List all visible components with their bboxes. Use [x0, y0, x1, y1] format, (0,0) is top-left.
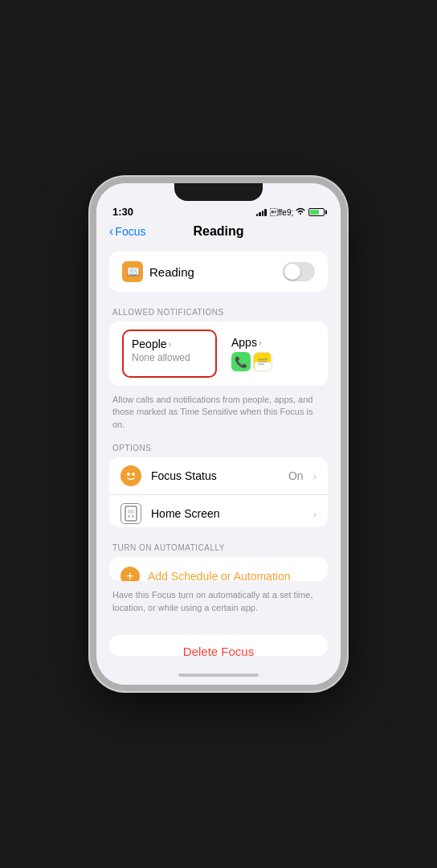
toggle-thumb — [284, 264, 300, 280]
people-subtitle: None allowed — [132, 352, 207, 363]
phone-shell: 1:30 ffe9; — [90, 177, 347, 691]
focus-status-chevron-icon: › — [313, 470, 317, 482]
delete-focus-row[interactable]: Delete Focus — [109, 635, 328, 656]
svg-point-7 — [132, 473, 135, 476]
svg-rect-11 — [132, 515, 134, 518]
battery-fill — [310, 210, 319, 215]
notifications-row: People › None allowed Apps › 📞 — [109, 321, 328, 386]
phone-app-icon: 📞 — [231, 352, 251, 371]
delete-focus-card: Delete Focus — [109, 635, 328, 656]
focus-status-row[interactable]: Focus Status On › — [109, 457, 328, 495]
reading-icon: 📖 — [122, 261, 143, 282]
reading-toggle[interactable] — [283, 262, 315, 281]
status-time: 1:30 — [112, 206, 133, 218]
add-schedule-row[interactable]: + Add Schedule or Automation — [109, 557, 328, 581]
signal-icon — [256, 208, 267, 216]
add-schedule-label: Add Schedule or Automation — [148, 570, 290, 581]
auto-card: + Add Schedule or Automation — [109, 557, 328, 581]
options-header: OPTIONS — [109, 444, 328, 457]
home-screen-label: Home Screen — [151, 507, 304, 520]
svg-rect-10 — [128, 515, 130, 518]
delete-focus-label: Delete Focus — [183, 645, 254, 656]
auto-section-header: TURN ON AUTOMATICALLY — [109, 543, 328, 557]
home-indicator — [96, 669, 341, 685]
auto-helper-text: Have this Focus turn on automatically at… — [109, 589, 328, 614]
options-card: Focus Status On › Home Screen — [109, 457, 328, 527]
back-label: Focus — [115, 225, 145, 238]
home-screen-row[interactable]: Home Screen › — [109, 495, 328, 527]
page-title: Reading — [193, 224, 243, 239]
apps-title-group: Apps › — [231, 336, 307, 349]
nav-bar: ‹ Focus Reading — [96, 221, 341, 245]
svg-rect-9 — [128, 510, 134, 514]
svg-point-5 — [125, 469, 137, 482]
reading-text: Reading — [149, 265, 194, 279]
apps-icons-row: 📞 — [231, 352, 307, 371]
notifications-helper-text: Allow calls and notifications from peopl… — [109, 394, 328, 431]
back-chevron-icon: ‹ — [109, 224, 113, 239]
reading-toggle-card: 📖 Reading — [109, 252, 328, 292]
home-screen-icon — [120, 503, 141, 524]
apps-cell[interactable]: Apps › 📞 — [223, 330, 315, 378]
apps-title: Apps — [231, 336, 257, 349]
apps-chevron-icon: › — [259, 338, 262, 347]
people-cell[interactable]: People › None allowed — [122, 330, 217, 378]
home-screen-chevron-icon: › — [313, 508, 317, 520]
svg-point-6 — [127, 473, 130, 476]
status-icons: ffe9; — [256, 207, 325, 217]
notifications-card: People › None allowed Apps › 📞 — [109, 321, 328, 386]
people-title: People — [132, 338, 167, 350]
reading-label-group: 📖 Reading — [122, 261, 194, 282]
focus-status-icon — [120, 465, 141, 486]
notes-app-icon — [253, 352, 272, 371]
content-area: 📖 Reading ALLOWED NOTIFICATIONS People › — [96, 245, 341, 669]
home-bar — [178, 674, 259, 677]
back-button[interactable]: ‹ Focus — [109, 224, 145, 239]
notch — [174, 183, 263, 201]
wifi-icon: ffe9; — [270, 207, 305, 217]
screen: 1:30 ffe9; — [96, 183, 341, 685]
add-schedule-icon: + — [120, 567, 140, 581]
people-chevron-icon: › — [169, 339, 172, 349]
people-title-group: People › — [132, 338, 207, 350]
focus-status-label: Focus Status — [151, 469, 279, 482]
svg-rect-1 — [255, 362, 271, 370]
battery-icon — [308, 208, 325, 216]
allowed-notifications-header: ALLOWED NOTIFICATIONS — [109, 308, 328, 321]
focus-status-value: On — [288, 469, 304, 482]
